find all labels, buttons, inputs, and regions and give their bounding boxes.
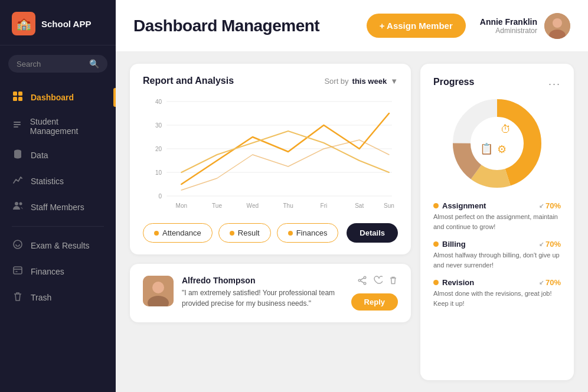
progress-item-assignment: Assignment ↙ 70% Almost perfect on the a… [433, 201, 561, 231]
assignment-desc: Almost perfect on the assignment, mainta… [433, 212, 561, 231]
donut-svg: ⏱ 📋 ⚙ [450, 96, 544, 191]
sidebar-item-label: Trash [31, 293, 51, 302]
svg-text:📋: 📋 [480, 142, 494, 155]
more-button[interactable]: ... [548, 76, 561, 88]
search-input[interactable] [17, 60, 84, 68]
svg-rect-1 [18, 92, 22, 96]
data-icon [12, 149, 24, 162]
sidebar-item-data[interactable]: Data [0, 142, 116, 168]
exam-results-icon [12, 239, 24, 252]
reply-button[interactable]: Reply [351, 293, 398, 311]
statistics-icon [12, 175, 24, 188]
review-body: Alfredo Thompson "I am extremely satisfi… [182, 276, 343, 309]
donut-chart: ⏱ 📋 ⚙ [433, 96, 561, 191]
svg-point-33 [364, 282, 366, 285]
report-card: Report and Analysis Sort by this week ▼ [130, 64, 411, 254]
sidebar-item-label: Finances [31, 267, 64, 276]
avatar [544, 13, 570, 39]
sort-control[interactable]: Sort by this week ▼ [324, 77, 398, 86]
progress-header: Progress ... [433, 76, 561, 88]
svg-point-29 [152, 282, 164, 293]
svg-text:30: 30 [155, 122, 162, 129]
heart-icon[interactable] [373, 276, 383, 288]
assign-member-button[interactable]: + Assign Member [367, 14, 466, 38]
sidebar-item-label: Exam & Results [31, 241, 90, 250]
sidebar-item-finances[interactable]: Finances [0, 259, 116, 285]
svg-text:Thu: Thu [283, 202, 293, 209]
sidebar-item-label: Data [31, 151, 48, 160]
attendance-button[interactable]: Attendance [143, 223, 213, 243]
svg-rect-0 [13, 92, 17, 96]
search-container[interactable]: 🔍 [8, 55, 107, 73]
assignment-label: Assignment [442, 201, 486, 210]
sort-value[interactable]: this week [352, 77, 387, 86]
chart-area: 40 30 20 10 0 Mon Tue Wed Thu Fri Sat Su… [143, 96, 398, 214]
svg-text:Mon: Mon [176, 202, 188, 209]
student-management-icon [12, 120, 23, 133]
svg-point-31 [364, 276, 366, 279]
user-profile: Annie Franklin Administrator [480, 13, 570, 39]
review-content: Alfredo Thompson "I am extremely satisfi… [143, 276, 398, 311]
progress-item-billing: Billing ↙ 70% Almost halfway through bil… [433, 240, 561, 270]
reviewer-avatar [143, 276, 174, 306]
sidebar-item-staff-members[interactable]: Staff Members [0, 194, 116, 220]
billing-desc: Almost halfway through billing, don't gi… [433, 250, 561, 270]
report-header: Report and Analysis Sort by this week ▼ [143, 76, 398, 86]
staff-members-icon [12, 201, 24, 214]
revision-label: Revision [442, 278, 474, 287]
sidebar-item-label: Statistics [31, 177, 64, 186]
reviewer-name: Alfredo Thompson [182, 276, 343, 285]
progress-card: Progress ... [420, 64, 574, 380]
svg-line-34 [361, 278, 364, 280]
sidebar-item-dashboard[interactable]: Dashboard [0, 84, 116, 110]
svg-text:Wed: Wed [247, 202, 259, 209]
assignment-pct: 70% [545, 201, 561, 210]
sidebar-logo: 🏫 School APP [0, 0, 116, 45]
line-chart: 40 30 20 10 0 Mon Tue Wed Thu Fri Sat Su… [143, 96, 398, 214]
report-title: Report and Analysis [143, 76, 234, 86]
svg-point-5 [15, 202, 18, 205]
sort-label: Sort by [324, 77, 348, 86]
billing-pct: 70% [545, 240, 561, 249]
sidebar-item-statistics[interactable]: Statistics [0, 168, 116, 194]
billing-dot [433, 241, 439, 247]
svg-point-32 [358, 279, 361, 282]
user-info: Annie Franklin Administrator [480, 17, 537, 35]
progress-item-revision: Revision ↙ 70% Almost done with the revi… [433, 278, 561, 308]
user-role: Administrator [480, 27, 537, 35]
main-content: Dashboard Management + Assign Member Ann… [116, 0, 588, 392]
revision-desc: Almost done with the revisions, great jo… [433, 289, 561, 308]
svg-text:20: 20 [155, 146, 162, 152]
share-icon[interactable] [358, 276, 367, 288]
finances-dot [288, 231, 293, 236]
right-column: Progress ... [420, 64, 574, 380]
sidebar-item-label: Student Management [30, 117, 104, 136]
sidebar-item-trash[interactable]: Trash [0, 285, 116, 311]
delete-icon[interactable] [388, 276, 398, 288]
svg-text:Sun: Sun [384, 202, 394, 209]
progress-items: Assignment ↙ 70% Almost perfect on the a… [433, 201, 561, 308]
result-button[interactable]: Result [218, 223, 271, 243]
details-button[interactable]: Details [347, 223, 398, 243]
review-actions: Reply [351, 276, 398, 311]
svg-rect-7 [14, 267, 22, 274]
finances-icon [12, 265, 24, 278]
progress-title: Progress [433, 77, 474, 87]
sidebar-item-exam-results[interactable]: Exam & Results [0, 233, 116, 259]
trash-icon [12, 291, 24, 304]
sidebar: 🏫 School APP 🔍 Dashboard [0, 0, 116, 392]
sidebar-item-student-management[interactable]: Student Management [0, 110, 116, 142]
content-area: Report and Analysis Sort by this week ▼ [116, 52, 588, 392]
svg-point-9 [553, 18, 562, 28]
sidebar-nav: Dashboard Student Management Data [0, 82, 116, 392]
revision-dot [433, 280, 439, 285]
finances-button[interactable]: Finances [277, 223, 339, 243]
app-logo-icon: 🏫 [12, 12, 35, 35]
billing-arrow: ↙ [539, 241, 544, 247]
svg-text:10: 10 [155, 169, 162, 176]
svg-text:40: 40 [155, 99, 162, 105]
svg-point-6 [19, 202, 22, 205]
review-text: "I am extremely satisfied! Your professi… [182, 288, 343, 309]
sidebar-item-label: Staff Members [31, 202, 84, 212]
svg-line-35 [361, 281, 364, 283]
